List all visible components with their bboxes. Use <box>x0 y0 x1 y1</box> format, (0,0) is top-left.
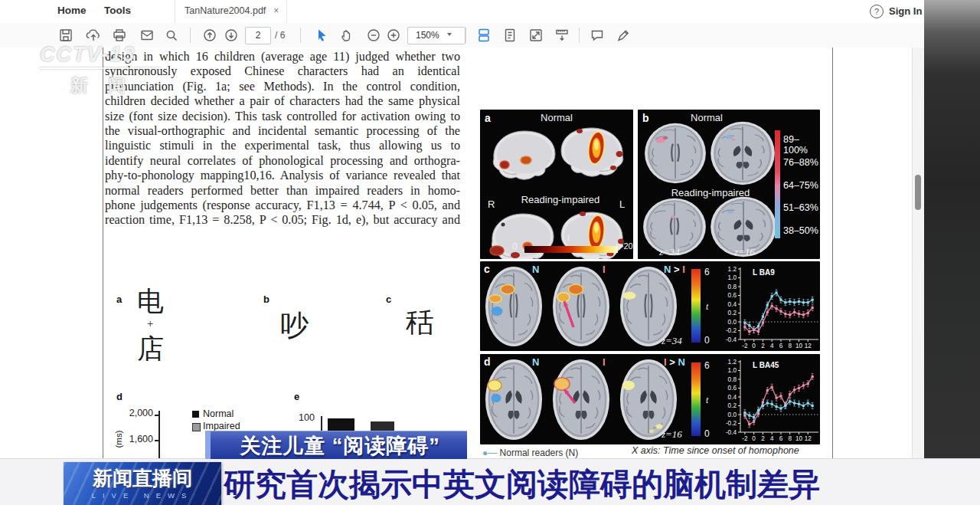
banner-accent-strip <box>205 431 211 459</box>
news-program-logo: 新闻直播间 LIVE NEWS <box>64 462 221 505</box>
brain-renderings <box>480 110 633 259</box>
svg-text:10: 10 <box>795 343 803 349</box>
comment-icon[interactable] <box>590 28 605 43</box>
panel-c-i-label: I <box>603 264 606 275</box>
svg-text:4: 4 <box>770 435 774 442</box>
share-upload-icon[interactable] <box>86 28 101 43</box>
zoom-in-icon[interactable] <box>386 28 401 43</box>
colorbar-min: 0 <box>512 241 518 252</box>
svg-text:-0.2: -0.2 <box>726 420 737 427</box>
select-tool-icon[interactable] <box>314 28 329 43</box>
panel-b-normal-label: Normal <box>638 112 776 123</box>
stimulus-char-bottom: 店 <box>137 331 164 367</box>
ytick-1600: 1,600 <box>122 434 153 444</box>
sign-in-button[interactable]: Sign In <box>889 5 922 17</box>
tab-tools[interactable]: Tools <box>104 5 131 16</box>
save-icon[interactable] <box>58 28 74 43</box>
svg-text:-0.4: -0.4 <box>726 429 737 436</box>
svg-text:0.2: 0.2 <box>728 402 737 409</box>
zoom-out-icon[interactable] <box>366 28 381 43</box>
logo-subtitle: LIVE NEWS <box>64 491 221 500</box>
svg-text:1.2: 1.2 <box>728 266 737 273</box>
svg-text:12: 12 <box>805 343 812 349</box>
print-icon[interactable] <box>112 28 127 43</box>
svg-text:0.4: 0.4 <box>728 301 737 308</box>
help-icon[interactable]: ? <box>870 5 884 18</box>
svg-text:0.0: 0.0 <box>728 412 737 418</box>
toolbar: 2 / 6 150% <box>0 23 924 48</box>
svg-text:8: 8 <box>788 435 792 442</box>
panel-d-z: z=16 <box>662 428 682 441</box>
colorbar-max: >20 <box>619 241 633 251</box>
page-number-value: 2 <box>256 30 261 41</box>
document-tab-title: TanNature2004.pdf <box>185 5 266 16</box>
legend-impaired-label: Impaired <box>203 421 240 431</box>
page-edge-left <box>103 48 103 458</box>
legend-swatch-normal <box>192 411 199 418</box>
scrollbar-thumb[interactable] <box>915 175 921 210</box>
fit-width-icon[interactable] <box>554 28 570 43</box>
zoom-level-value: 150% <box>416 30 439 41</box>
svg-text:4: 4 <box>770 343 774 349</box>
colorbar-t: t <box>567 232 570 244</box>
svg-text:6: 6 <box>779 435 783 442</box>
svg-text:0.4: 0.4 <box>728 394 737 401</box>
text-line: synchronously exposed Chinese characters… <box>105 64 460 79</box>
panel-c-z: z=34 <box>662 335 682 347</box>
previous-page-icon[interactable] <box>202 28 217 43</box>
highlight-pen-icon[interactable] <box>616 28 631 43</box>
close-icon[interactable]: × <box>273 5 279 16</box>
next-page-icon[interactable] <box>224 28 239 43</box>
panel-b-z16: z=16 <box>734 246 755 258</box>
svg-text:-0.4: -0.4 <box>726 336 737 343</box>
text-line: the visual-orthographic and incidental s… <box>105 124 460 139</box>
panel-c-contrast-label: N > I <box>664 264 685 275</box>
page-edge-right <box>832 48 833 458</box>
text-line: phy-to-phonology mapping10,16. Analysis … <box>105 169 460 183</box>
colorbar-max: 6 <box>704 360 710 371</box>
ytick-mark <box>155 415 158 416</box>
panel-c-n-label: N <box>532 264 539 275</box>
svg-text:0: 0 <box>752 343 756 349</box>
email-icon[interactable] <box>139 28 155 43</box>
svg-text:0.6: 0.6 <box>728 385 737 392</box>
svg-text:0: 0 <box>752 435 756 442</box>
page-number-input[interactable]: 2 <box>245 27 271 44</box>
single-page-view-icon[interactable] <box>502 28 518 43</box>
page-scrolling-view-icon[interactable] <box>476 28 492 43</box>
text-line: linguistic stimuli in the experimental t… <box>105 139 460 153</box>
percent-colorbar <box>775 130 780 238</box>
panel-b-impaired-label: Reading-impaired <box>638 187 783 198</box>
svg-text:0.8: 0.8 <box>728 376 737 383</box>
panel-b-z34: z=34 <box>659 246 680 258</box>
scrollbar-track[interactable] <box>912 48 925 458</box>
legend-marker: ●— <box>482 448 497 458</box>
fit-to-window-icon[interactable] <box>528 28 544 43</box>
hand-tool-icon[interactable] <box>339 28 354 43</box>
topic-banner: 关注儿童 “阅读障碍” <box>205 431 467 459</box>
colorbar-t: t <box>706 395 708 406</box>
tab-home[interactable]: Home <box>57 5 87 16</box>
zoom-level-select[interactable]: 150% <box>407 27 466 44</box>
panel-a-normal-label: Normal <box>480 112 633 123</box>
text-line: design in which 16 children (average age… <box>105 50 460 64</box>
fig-label-d: d <box>116 391 122 402</box>
chevron-down-icon <box>447 33 452 36</box>
divider <box>579 28 580 43</box>
panel-d-contrast-label: I > N <box>664 356 685 368</box>
svg-text:0.8: 0.8 <box>728 284 737 290</box>
svg-text:0.2: 0.2 <box>728 310 737 316</box>
scale-51-63: 51–63% <box>783 202 818 213</box>
stimulus-char-c: 秳 <box>406 303 434 342</box>
svg-text:0.6: 0.6 <box>728 292 737 299</box>
scale-64-75: 64–75% <box>783 180 818 191</box>
search-icon[interactable] <box>164 28 179 43</box>
svg-text:2: 2 <box>761 435 765 442</box>
text-line: reaction time, F1,13 = 8.258, P < 0.05; … <box>105 213 460 228</box>
brain-panel-b: b Normal Reading-impaired z=34 z=16 89–1… <box>638 110 820 259</box>
colorbar-max: 6 <box>704 267 710 277</box>
y-axis-line-d <box>158 411 160 458</box>
fig-label-e: e <box>294 391 299 402</box>
svg-text:1.2: 1.2 <box>728 359 737 366</box>
text-line: children decided whether a pair of chara… <box>105 94 460 109</box>
